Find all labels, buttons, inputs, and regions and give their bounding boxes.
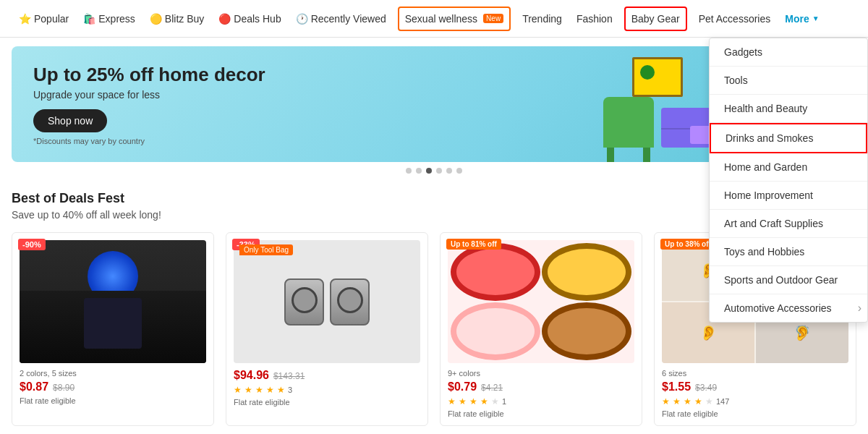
nav-item-popular[interactable]: ⭐ Popular (12, 0, 76, 38)
dropdown-item-health-beauty[interactable]: Health and Beauty (710, 95, 867, 123)
new-badge: New (483, 14, 503, 23)
nav-label-more: More (785, 13, 809, 25)
dropdown-label-toys-hobbies: Toys and Hobbies (724, 246, 804, 258)
flat-rate-3: Flat rate eligible (448, 409, 634, 418)
discount-badge-3: Up to 81% off (446, 239, 501, 250)
product-stars-4: ★ ★ ★ ★ ★ 147 (662, 396, 848, 407)
bracelet-4 (542, 302, 631, 360)
nav-label-trending: Trending (522, 13, 562, 25)
top-nav: ⭐ Popular 🛍️ Express 🟡 Blitz Buy 🔴 Deals… (0, 0, 868, 38)
product-card-1[interactable]: -90% 2 colors, 5 sizes $0.87 $8.90 Flat … (12, 232, 214, 426)
nav-item-fashion[interactable]: Fashion (569, 0, 620, 38)
discount-badge-1: -90% (18, 239, 46, 250)
star-1: ★ (234, 385, 242, 395)
price-original-4: $3.49 (695, 383, 717, 393)
dropdown-label-tools: Tools (724, 75, 748, 86)
deals-icon: 🔴 (218, 13, 231, 25)
product-label-3: 9+ colors (448, 369, 634, 378)
dropdown-item-tools[interactable]: Tools (710, 67, 867, 95)
dropdown-item-gadgets[interactable]: Gadgets (710, 38, 867, 67)
price-current-2: $94.96 (234, 369, 269, 382)
product-image-3 (448, 240, 634, 363)
price-current-3: $0.79 (448, 380, 477, 393)
vacuum-body-left (284, 278, 324, 326)
clock-icon: 🕐 (296, 13, 308, 25)
dropdown-item-toys-hobbies[interactable]: Toys and Hobbies (710, 238, 867, 266)
star-5: ★ (277, 385, 285, 395)
star-5: ★ (491, 396, 499, 407)
vacuum-body-right (330, 278, 370, 326)
nav-item-blitz-buy[interactable]: 🟡 Blitz Buy (142, 0, 211, 38)
knee-pad (84, 298, 142, 349)
dropdown-item-art-craft[interactable]: Art and Craft Supplies (710, 210, 867, 238)
product-price-1: $0.87 $8.90 (20, 380, 206, 393)
bracelet-2 (542, 243, 631, 301)
price-original-2: $143.31 (273, 371, 305, 381)
dropdown-label-art-craft: Art and Craft Supplies (724, 218, 823, 229)
dot-3[interactable] (426, 168, 432, 174)
dot-2[interactable] (416, 168, 422, 174)
dropdown-item-sports-outdoor[interactable]: Sports and Outdoor Gear (710, 266, 867, 294)
dropdown-item-automotive[interactable]: Automotive Accessories › (710, 294, 867, 322)
nav-label-deals-hub: Deals Hub (234, 13, 281, 25)
nav-item-more[interactable]: More ▼ (778, 0, 826, 38)
review-count-2: 3 (288, 386, 292, 394)
review-count-4: 147 (716, 397, 729, 406)
product-card-3[interactable]: Up to 81% off 9+ colors $0.79 $4.21 ★ ★ … (440, 232, 642, 426)
star-3: ★ (255, 385, 263, 395)
nav-label-express: Express (98, 13, 135, 25)
painting-decoration (632, 57, 683, 97)
star-2: ★ (459, 396, 467, 407)
nav-item-express[interactable]: 🛍️ Express (76, 0, 142, 38)
star-3: ★ (469, 396, 477, 407)
nav-item-sexual-wellness[interactable]: Sexual wellness New (398, 7, 511, 31)
nav-label-recently-viewed: Recently Viewed (311, 13, 386, 25)
product-price-3: $0.79 $4.21 (448, 380, 634, 393)
star-2: ★ (673, 396, 681, 407)
banner-disclaimer: *Discounts may vary by country (33, 137, 589, 145)
nav-item-baby-gear[interactable]: Baby Gear (624, 7, 687, 31)
nav-item-pet-accessories[interactable]: Pet Accessories (692, 0, 778, 38)
shop-now-button[interactable]: Shop now (33, 109, 107, 132)
nav-item-recently-viewed[interactable]: 🕐 Recently Viewed (289, 0, 393, 38)
star-3: ★ (684, 396, 692, 407)
flat-rate-4: Flat rate eligible (662, 409, 848, 418)
dropdown-item-home-garden[interactable]: Home and Garden (710, 153, 867, 182)
star-1: ★ (662, 396, 670, 407)
dropdown-label-automotive: Automotive Accessories (724, 302, 832, 314)
product-price-4: $1.55 $3.49 (662, 380, 848, 393)
nav-label-popular: Popular (34, 13, 69, 25)
dropdown-label-gadgets: Gadgets (724, 46, 762, 58)
star-2: ★ (244, 385, 252, 395)
nav-item-deals-hub[interactable]: 🔴 Deals Hub (211, 0, 288, 38)
dot-1[interactable] (406, 168, 412, 174)
dropdown-item-drinks-smokes[interactable]: Drinks and Smokes (710, 123, 867, 153)
product-card-2[interactable]: -33% Only Tool Bag $94.96 $143.31 ★ ★ ★ … (226, 232, 428, 426)
dot-6[interactable] (456, 168, 462, 174)
flat-rate-2: Flat rate eligible (234, 398, 420, 407)
star-4: ★ (694, 396, 702, 407)
nav-item-trending[interactable]: Trending (515, 0, 569, 38)
product-price-2: $94.96 $143.31 (234, 369, 420, 382)
knee-body (20, 291, 206, 363)
dropdown-item-home-improvement[interactable]: Home Improvement (710, 182, 867, 210)
discount-badge-4: Up to 38% off (660, 239, 715, 250)
dropdown-menu: Gadgets Tools Health and Beauty Drinks a… (709, 38, 868, 323)
product-stars-3: ★ ★ ★ ★ ★ 1 (448, 396, 634, 407)
dropdown-label-health-beauty: Health and Beauty (724, 103, 807, 114)
chevron-right-icon: › (858, 302, 861, 315)
dot-4[interactable] (436, 168, 442, 174)
express-icon: 🛍️ (83, 13, 95, 25)
price-current-1: $0.87 (20, 380, 48, 393)
banner-subtitle: Upgrade your space for less (33, 89, 589, 101)
product-image-2: Only Tool Bag (234, 240, 420, 363)
dropdown-label-sports-outdoor: Sports and Outdoor Gear (724, 274, 838, 286)
product-tag-2: Only Tool Bag (239, 244, 293, 255)
chevron-down-icon: ▼ (812, 14, 820, 22)
dot-5[interactable] (446, 168, 452, 174)
blitz-icon: 🟡 (150, 13, 162, 25)
review-count-3: 1 (502, 397, 506, 406)
dropdown-label-home-garden: Home and Garden (724, 161, 807, 173)
product-label-4: 6 sizes (662, 369, 848, 378)
nav-label-blitz-buy: Blitz Buy (165, 13, 204, 25)
